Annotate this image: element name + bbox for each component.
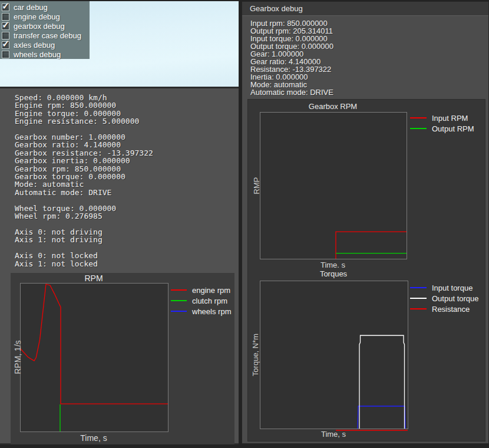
legend-label: Input torque	[432, 284, 473, 292]
rpm-chart: RPM RPM, 1/s Time, s engine rpm clutch r…	[11, 273, 234, 444]
debug-menu: car debug engine debug gearbox debug tra…	[0, 1, 90, 59]
rpm-chart-canvas	[21, 284, 168, 431]
menu-item-engine-debug[interactable]: engine debug	[0, 12, 90, 21]
x-axis-label: Time, s	[20, 433, 167, 443]
legend-line-swatch	[171, 311, 187, 312]
menu-item-label: gearbox debug	[14, 22, 65, 31]
legend-line-swatch	[410, 298, 427, 299]
legend-item: clutch rpm	[171, 295, 231, 306]
window-title: Gearbox debug	[242, 2, 488, 16]
x-axis-label: Time, s	[260, 430, 407, 439]
y-axis-label: Torque, N*m	[251, 334, 260, 376]
checkbox[interactable]	[2, 51, 9, 58]
legend-item: engine rpm	[171, 285, 231, 295]
menu-item-car-debug[interactable]: car debug	[0, 2, 90, 12]
chart-title: RPM	[20, 274, 167, 283]
legend-line-swatch	[171, 300, 187, 301]
legend-label: Resistance	[432, 305, 470, 314]
legend-line-swatch	[410, 308, 427, 309]
y-axis-label: RPM, 1/s	[13, 340, 22, 374]
chart-plot-area	[20, 283, 168, 432]
gearbox-debug-window: Gearbox debug Input rpm: 850.000000 Outp…	[242, 1, 489, 444]
menu-item-label: engine debug	[14, 12, 60, 21]
legend-item: Output torque	[410, 293, 479, 304]
legend-label: clutch rpm	[192, 297, 227, 305]
menu-item-label: car debug	[14, 3, 48, 12]
game-screen: car debug engine debug gearbox debug tra…	[0, 0, 489, 448]
chart-plot-area	[260, 281, 408, 429]
legend-item: wheels rpm	[171, 306, 231, 317]
torques-chart: Torques Torque, N*m Time, s Input torque…	[248, 100, 485, 441]
menu-item-label: transfer case debug	[14, 31, 81, 40]
chart-legend: engine rpm clutch rpm wheels rpm	[171, 285, 231, 317]
legend-label: Output torque	[432, 294, 479, 303]
checkbox[interactable]	[2, 41, 9, 49]
car-debug-panel: Speed: 0.000000 km/h Engine rpm: 850.000…	[0, 87, 239, 444]
menu-item-gearbox-debug[interactable]: gearbox debug	[0, 21, 90, 31]
legend-label: wheels rpm	[192, 307, 231, 316]
chart-title: Torques	[260, 269, 407, 278]
checkbox[interactable]	[2, 4, 9, 11]
car-debug-stats: Speed: 0.000000 km/h Engine rpm: 850.000…	[15, 94, 153, 268]
legend-line-swatch	[410, 287, 427, 288]
menu-item-axles-debug[interactable]: axles debug	[0, 40, 90, 50]
torques-chart-canvas	[260, 281, 408, 429]
legend-item: Resistance	[410, 304, 479, 314]
gearbox-debug-stats: Input rpm: 850.000000 Output rpm: 205.31…	[250, 19, 333, 96]
legend-item: Input torque	[410, 282, 479, 293]
legend-label: engine rpm	[192, 286, 230, 295]
gearbox-charts-container: Gearbox RPM RMP Time. s Input RPM Output…	[247, 99, 485, 442]
menu-item-label: axles debug	[14, 41, 55, 50]
chart-legend: Input torque Output torque Resistance	[410, 282, 479, 314]
menu-item-wheels-debug[interactable]: wheels debug	[0, 50, 90, 59]
menu-item-transfer-case-debug[interactable]: transfer case debug	[0, 31, 90, 40]
checkbox[interactable]	[2, 22, 9, 30]
legend-line-swatch	[171, 289, 187, 291]
menu-item-label: wheels debug	[14, 50, 61, 59]
